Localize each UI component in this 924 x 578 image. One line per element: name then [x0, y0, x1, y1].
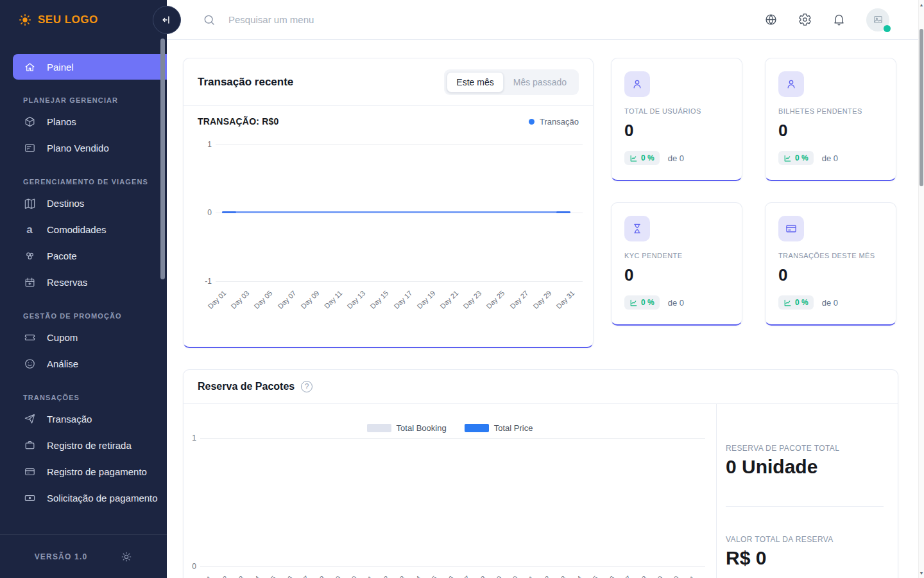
collapse-arrow-icon [160, 13, 173, 26]
sidebar-item-reservas[interactable]: Reservas [0, 269, 167, 295]
topbar [167, 0, 924, 40]
sidebar-item-registro-retirada[interactable]: Registro de retirada [0, 432, 167, 459]
page-scrollbar-thumb[interactable] [920, 29, 923, 186]
credit-card-icon [23, 466, 36, 478]
transaction-chart-subtitle: TRANSAÇÃO: R$0 [198, 116, 278, 127]
x-tick-label: Day 01 [206, 289, 227, 310]
sidebar-item-pacote[interactable]: Pacote [0, 243, 167, 269]
sidebar-item-label: Plano Vendido [47, 143, 109, 153]
x-tick-label: Day 07 [276, 289, 297, 310]
stat-card-kyc-pendente: KYC PENDENTE 0 0 % de 0 [611, 202, 742, 326]
tab-mes-passado[interactable]: Mês passado [504, 72, 576, 92]
sidebar-item-label: Registro de pagamento [47, 466, 147, 477]
sidebar-item-painel[interactable]: Painel [13, 54, 167, 80]
scroll-up-icon[interactable]: ▲ [919, 3, 924, 7]
booking-card-body: Total Booking Total Price 1 0 Day 01Day … [184, 404, 898, 578]
image-placeholder-icon [873, 14, 884, 25]
trend-chart-icon [629, 154, 638, 162]
booking-card: Reserva de Pacotes ? Total Booking Total… [183, 369, 898, 578]
sidebar-item-label: Solicitação de pagamento [47, 493, 158, 504]
smiley-icon [23, 358, 36, 370]
summary-label: RESERVA DE PACOTE TOTAL [726, 444, 884, 453]
logo-text: SEU LOGO [38, 13, 98, 26]
online-status-dot [884, 25, 891, 32]
y-tick-label: -1 [198, 277, 212, 286]
hourglass-icon [624, 216, 650, 241]
user-avatar[interactable] [866, 8, 889, 31]
stat-suffix: de 0 [668, 298, 684, 308]
summary-value: 0 Unidade [726, 456, 884, 478]
cube-icon [23, 116, 36, 128]
letter-a-icon: a [23, 224, 36, 235]
summary-value: R$ 0 [726, 547, 884, 569]
transaction-chart-body: TRANSAÇÃO: R$0 Transação 1 0 -1 Day 01Da… [184, 106, 593, 345]
sidebar-item-label: Transação [47, 414, 92, 425]
sidebar-item-registro-pagamento[interactable]: Registro de pagamento [0, 459, 167, 485]
sidebar-collapse-button[interactable] [153, 6, 181, 34]
trend-chart-icon [783, 154, 792, 162]
transaction-card: Transação recente Este mês Mês passado T… [183, 58, 594, 348]
stat-label: TOTAL DE USUÁRIOS [624, 107, 729, 115]
stat-card-bilhetes-pendentes: BILHETES PENDENTES 0 0 % de 0 [765, 58, 896, 181]
sidebar-item-comodidades[interactable]: a Comodidades [0, 216, 167, 243]
sidebar-item-transacao[interactable]: Transação [0, 406, 167, 432]
trend-chart-icon [783, 299, 792, 307]
stat-card-total-usuarios: TOTAL DE USUÁRIOS 0 0 % de 0 [611, 58, 742, 181]
booking-card-title: Reserva de Pacotes [198, 381, 295, 392]
percent-badge: 0 % [624, 295, 660, 310]
help-icon[interactable]: ? [301, 381, 312, 392]
x-tick-label: Day 15 [369, 289, 390, 310]
sidebar-item-analise[interactable]: Análise [0, 351, 167, 377]
stat-label: TRANSAÇÕES DESTE MÊS [778, 252, 883, 259]
notification-bell-icon[interactable] [832, 13, 846, 26]
scroll-down-icon[interactable]: ▼ [919, 571, 924, 575]
legend-dot-icon [529, 119, 535, 125]
x-tick-label: Day 13 [346, 289, 367, 310]
sidebar-item-label: Painel [47, 62, 74, 73]
period-tabs: Este mês Mês passado [444, 69, 579, 95]
sidebar-item-destinos[interactable]: Destinos [0, 190, 167, 216]
legend-label: Transação [540, 117, 579, 127]
gridline [216, 144, 583, 145]
sidebar-scrollbar[interactable] [160, 39, 165, 279]
sidebar-item-plano-vendido[interactable]: Plano Vendido [0, 135, 167, 161]
user-icon [624, 71, 650, 97]
transaction-card-header: Transação recente Este mês Mês passado [184, 58, 593, 106]
card-list-icon [23, 142, 36, 154]
sidebar-item-planos[interactable]: Planos [0, 109, 167, 135]
globe-icon[interactable] [764, 13, 778, 26]
x-tick-label: Day 21 [438, 289, 459, 310]
topbar-icons [764, 8, 889, 31]
page-scrollbar[interactable]: ▲ ▼ [918, 0, 924, 578]
stat-value: 0 [778, 121, 883, 141]
chart-legend: Transação [529, 117, 579, 127]
x-tick-label: Day 05 [253, 289, 274, 310]
app-root: SEU LOGO Painel PLANEJAR GERENCIAR Plano… [0, 0, 924, 578]
x-tick-label: Day 19 [415, 289, 436, 310]
tab-este-mes[interactable]: Este mês [447, 72, 503, 92]
nav-heading-viagens: GERENCIAMENTO DE VIAGENS [23, 178, 167, 186]
search-icon [203, 13, 216, 26]
stat-value: 0 [624, 121, 729, 141]
stat-cards-grid: TOTAL DE USUÁRIOS 0 0 % de 0 BILHETES [611, 58, 896, 326]
x-tick-label: Day 25 [485, 289, 506, 310]
stat-suffix: de 0 [822, 153, 838, 163]
transaction-series-line [222, 211, 570, 213]
sidebar-item-label: Pacote [47, 250, 77, 261]
sidebar-item-cupom[interactable]: Cupom [0, 324, 167, 351]
booking-card-header: Reserva de Pacotes ? [184, 370, 898, 404]
sidebar-item-solicitacao-pagamento[interactable]: Solicitação de pagamento [0, 485, 167, 511]
percent-badge: 0 % [778, 295, 814, 310]
x-tick-label: Day 29 [531, 289, 552, 310]
legend-swatch-price [465, 424, 489, 432]
gridline [216, 281, 583, 282]
settings-gear-icon[interactable] [798, 13, 812, 26]
logo-sun-icon [18, 13, 32, 27]
theme-toggle-sun-icon[interactable] [121, 551, 132, 563]
percent-badge: 0 % [778, 151, 814, 165]
sidebar-item-label: Reservas [47, 277, 87, 288]
sidebar: SEU LOGO Painel PLANEJAR GERENCIAR Plano… [0, 0, 167, 578]
search-input[interactable] [227, 13, 497, 26]
x-tick-label: Day 17 [392, 289, 413, 310]
ticket-icon [23, 331, 36, 344]
